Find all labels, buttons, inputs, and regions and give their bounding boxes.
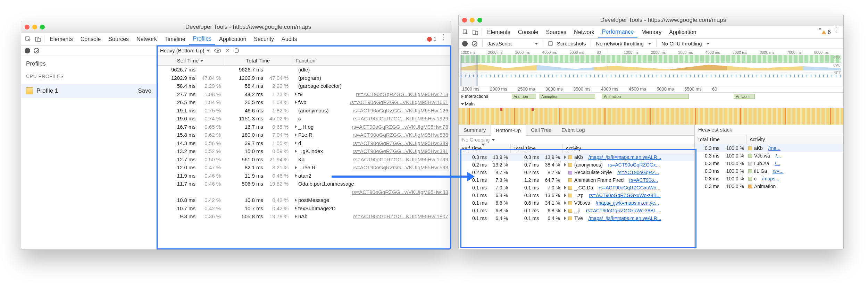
main-flame-bars[interactable] [459, 108, 843, 125]
tab-profiles[interactable]: Profiles [189, 33, 215, 45]
source-link[interactable]: rs=ACT90oGqRZGG...KUIgM95Hw:1929 [353, 116, 451, 121]
table-row[interactable]: 0.3 ms100.0 %Animation [695, 182, 843, 190]
animation-bar[interactable]: Animation [540, 94, 595, 99]
minimize-icon[interactable] [470, 18, 475, 23]
tab-timeline[interactable]: Timeline [161, 33, 189, 45]
table-row[interactable]: 58.4 ms2.29 %58.4 ms2.29 %(garbage colle… [157, 82, 451, 90]
expand-icon[interactable] [564, 216, 566, 220]
source-link[interactable]: rs=ACT90oGqRZGGxuWo... [599, 185, 660, 190]
expand-icon[interactable] [564, 186, 566, 189]
clear-icon[interactable] [34, 48, 39, 53]
tab-performance[interactable]: Performance [598, 26, 638, 38]
tab-elements[interactable]: Elements [46, 33, 77, 45]
source-link[interactable]: /maps... [762, 176, 779, 181]
expand-icon[interactable] [295, 174, 297, 177]
cpu-throttle-dropdown[interactable]: No CPU throttling [661, 41, 710, 46]
warning-badge[interactable]: 6 [821, 26, 831, 38]
source-link[interactable]: rs=ACT90oGqRZGG...VKUIgM95Hw:126 [352, 108, 451, 113]
table-row[interactable]: 0.3 ms100.0 %c /maps... [695, 175, 843, 182]
subtab-event-log[interactable]: Event Log [557, 125, 590, 135]
device-toggle-icon[interactable] [33, 33, 43, 45]
subtab-bottom-up[interactable]: Bottom-Up [491, 125, 526, 136]
source-link[interactable]: rs=ACT90oGqRZGGxuWo-z8BL... [586, 208, 660, 213]
error-badge[interactable]: 1 [427, 33, 439, 45]
tab-elements[interactable]: Elements [483, 26, 514, 38]
tab-network[interactable]: Network [133, 33, 161, 45]
expand-icon[interactable] [295, 92, 297, 96]
table-row[interactable]: 9.3 ms0.36 %505.8 ms19.78 %uAbrs=ACT90oG… [157, 212, 451, 221]
table-row[interactable]: 13.2 ms0.52 %15.0 ms0.59 %_.gK.indexrs=A… [157, 147, 451, 155]
table-row[interactable]: 12.0 ms0.47 %82.1 ms3.21 %_.rYe.Rrs=ACT9… [157, 163, 451, 172]
animation-bar[interactable]: An…on [734, 94, 755, 99]
expand-icon[interactable] [564, 163, 566, 167]
source-link[interactable]: rs=ACT90oGqRZGGx... [608, 162, 660, 168]
table-row[interactable]: 26.5 ms1.04 %26.5 ms1.04 %fwbrs=ACT90oGq… [157, 98, 451, 107]
expand-icon[interactable] [295, 101, 297, 104]
table-row[interactable]: 0.3 ms100.0 %iIL.Ga rs=... [695, 167, 843, 175]
table-row[interactable]: 0.1 ms7.3 %1.2 ms64.7 %Animation Frame F… [459, 176, 694, 184]
profile-item[interactable]: Profile 1 Save [21, 84, 156, 98]
maximize-icon[interactable] [40, 25, 45, 29]
col-total-time[interactable]: Total Time [224, 56, 292, 65]
minimize-icon[interactable] [32, 25, 37, 29]
source-link[interactable]: rs=ACT90oGqRZ... [617, 170, 659, 175]
table-row[interactable]: 11.7 ms0.46 %506.9 ms19.82 %Oda.b.port1.… [157, 180, 451, 188]
main-track[interactable]: Main [459, 101, 477, 107]
record-icon[interactable] [25, 48, 30, 53]
kebab-menu-icon[interactable]: ⋮ [831, 26, 841, 38]
table-row[interactable]: 0.2 ms13.2 %0.7 ms38.4 %(anonymous) rs=A… [459, 161, 694, 169]
clear-icon[interactable] [472, 41, 477, 46]
expand-icon[interactable] [295, 206, 297, 210]
source-link[interactable]: /maps/_/js/k=maps.m.en.yeALR... [589, 215, 661, 221]
expand-icon[interactable] [295, 141, 297, 145]
source-link[interactable]: /maps/_/js/k=maps.m.en.ye... [596, 200, 659, 206]
table-row[interactable]: 16.7 ms0.65 %16.7 ms0.65 %_.H.ogrs=ACT90… [157, 123, 451, 131]
reload-icon[interactable] [234, 48, 239, 53]
source-link[interactable]: rs=ACT90oGqRZGG...KUIgM95Hw:1799 [353, 156, 451, 162]
source-link[interactable]: rs=ACT90oGqRZGG...KUIgM95Hw:1807 [353, 213, 451, 219]
animation-bar[interactable]: Ani…ion [512, 94, 536, 99]
table-row[interactable]: 0.1 ms6.8 %0.1 ms6.8 %_.ji rs=ACT90oGqRZ… [459, 207, 694, 214]
tab-console[interactable]: Console [514, 26, 542, 38]
close-icon[interactable]: ✕ [225, 47, 230, 54]
grouping-dropdown[interactable]: No Grouping [462, 137, 490, 143]
source-link[interactable]: /... [776, 153, 781, 159]
table-row[interactable]: 0.1 ms6.4 %0.1 ms6.4 %TVe /maps/_/js/k=m… [459, 214, 694, 222]
expand-icon[interactable] [295, 150, 297, 153]
table-row[interactable]: 0.1 ms6.8 %0.3 ms13.6 %_.zp rs=ACT90oGqR… [459, 192, 694, 199]
flame-chart[interactable]: Interactions Ani…ion Animation Animation… [459, 93, 843, 125]
col-activity[interactable]: Activity [563, 144, 694, 153]
device-toggle-icon[interactable] [470, 26, 480, 38]
table-row[interactable]: 0.3 ms100.0 %LJb.Aa /... [695, 160, 843, 167]
source-link[interactable]: rs=ACT90oGqRZGG...VKUIgM95Hw:389 [352, 140, 451, 146]
table-row[interactable]: rs=ACT90oGqRZGG...wVKUIgM95Hw:88 [157, 188, 451, 196]
record-icon[interactable] [462, 41, 468, 46]
overview-timeline[interactable]: 1000 ms2000 ms3000 ms4000 ms5000 ms60100… [459, 49, 843, 86]
source-link[interactable]: rs=ACT90oGqRZGG...wVKUIgM95Hw:78 [352, 124, 451, 130]
overview-viewport[interactable] [460, 55, 478, 86]
col-self-time[interactable]: Self Time [459, 144, 511, 153]
table-row[interactable]: 10.8 ms0.42 %10.8 ms0.42 %postMessage [157, 196, 451, 204]
source-link[interactable]: /maps/_/js/k=maps.m.en.yeALR... [589, 154, 661, 160]
tab-network[interactable]: Network [570, 26, 598, 38]
source-link[interactable]: rs=ACT90oGqRZGG...wVKUIgM95Hw:88 [352, 189, 451, 195]
tab-sources[interactable]: Sources [542, 26, 570, 38]
close-icon[interactable] [25, 25, 30, 29]
table-row[interactable]: 12.7 ms0.50 %561.0 ms21.94 %Kars=ACT90oG… [157, 155, 451, 164]
col-activity[interactable]: Activity [747, 135, 843, 144]
tab-application[interactable]: Application [665, 26, 700, 38]
table-row[interactable]: 19.1 ms0.75 %46.6 ms1.82 %(anonymous)rs=… [157, 107, 451, 115]
source-link[interactable]: rs=ACT90oGqRZGG...VKUIgM95Hw:593 [352, 164, 451, 170]
table-row[interactable]: 0.1 ms6.8 %0.6 ms34.1 %VJb.wa /maps/_/js… [459, 199, 694, 207]
inspect-icon[interactable] [23, 33, 33, 45]
expand-icon[interactable] [564, 209, 566, 212]
screenshots-checkbox[interactable] [548, 41, 553, 46]
col-total-time[interactable]: Total Time [695, 135, 747, 144]
source-link[interactable]: rs=ACT90o... [629, 177, 658, 183]
table-row[interactable]: 15.8 ms0.62 %180.0 ms7.04 %F1e.Rrs=ACT90… [157, 131, 451, 139]
more-tabs-icon[interactable]: » [819, 26, 821, 38]
table-row[interactable]: 1202.9 ms47.04 %1202.9 ms47.04 %(program… [157, 74, 451, 82]
kebab-menu-icon[interactable]: ⋮ [439, 33, 449, 45]
col-function[interactable]: Function [292, 56, 451, 65]
source-link[interactable]: /ma... [768, 145, 781, 151]
